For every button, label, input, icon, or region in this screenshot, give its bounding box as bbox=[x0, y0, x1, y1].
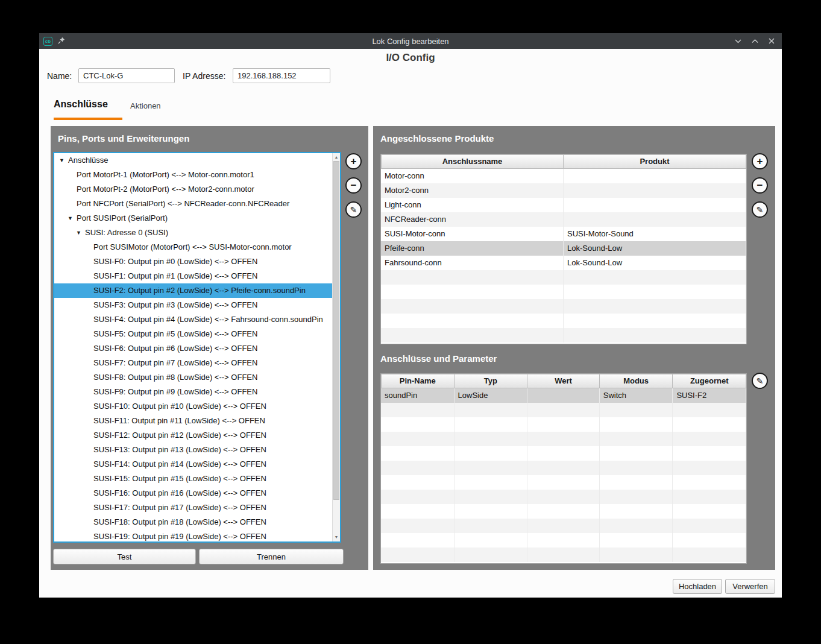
table-row[interactable]: SUSI-Motor-connSUSI-Motor-Sound bbox=[381, 227, 746, 241]
parameters-table[interactable]: Pin-NameTypWertModusZugeornetsoundPinLow… bbox=[380, 373, 747, 564]
table-row-empty[interactable] bbox=[381, 475, 746, 490]
rolldown-button[interactable] bbox=[735, 39, 741, 43]
table-row-empty[interactable] bbox=[381, 270, 746, 285]
table-row[interactable]: Motor2-conn bbox=[381, 183, 746, 198]
tree-item[interactable]: Port SUSIMotor (MotorPort) <--> SUSI-Mot… bbox=[54, 240, 332, 254]
tree-item[interactable]: SUSI-F4: Output pin #4 (LowSide) <--> Fa… bbox=[54, 312, 332, 327]
tree-edit-button[interactable]: ✎ bbox=[345, 201, 362, 218]
table-row-empty[interactable] bbox=[381, 504, 746, 519]
tree-item[interactable]: Port MotorPt-1 (MotorPort) <--> Motor-co… bbox=[54, 168, 332, 182]
verwerfen-button[interactable]: Verwerfen bbox=[725, 579, 775, 594]
tree-item[interactable]: SUSI-F15: Output pin #15 (LowSide) <--> … bbox=[54, 472, 332, 486]
table-row-empty[interactable] bbox=[381, 490, 746, 504]
close-button[interactable] bbox=[769, 38, 775, 44]
table-row-empty[interactable] bbox=[381, 299, 746, 314]
product-remove-button[interactable]: − bbox=[752, 177, 768, 194]
table-row[interactable]: Fahrsound-connLok-Sound-Low bbox=[381, 256, 746, 270]
column-header[interactable]: Wert bbox=[527, 374, 600, 388]
tree-item[interactable]: SUSI-F6: Output pin #6 (LowSide) <--> OF… bbox=[54, 341, 332, 356]
table-cell bbox=[455, 403, 528, 417]
product-add-button[interactable]: + bbox=[752, 153, 768, 169]
tree-remove-button[interactable]: − bbox=[345, 177, 362, 194]
tree-item-label: SUSI-F13: Output pin #13 (LowSide) <--> … bbox=[54, 443, 332, 457]
table-cell bbox=[564, 314, 746, 328]
table-cell bbox=[527, 548, 600, 562]
column-header[interactable]: Anschlussname bbox=[381, 154, 564, 169]
column-header[interactable]: Modus bbox=[600, 374, 673, 388]
tree-item[interactable]: SUSI-F2: Output pin #2 (LowSide) <--> Pf… bbox=[54, 283, 332, 298]
tree-scrollbar[interactable]: ▲ ▼ bbox=[332, 153, 340, 541]
trennen-button[interactable]: Trennen bbox=[199, 549, 344, 564]
parameter-edit-button[interactable]: ✎ bbox=[752, 373, 768, 389]
test-button[interactable]: Test bbox=[53, 549, 196, 564]
tree-item[interactable]: SUSI-F11: Output pin #11 (LowSide) <--> … bbox=[54, 414, 332, 428]
table-row-empty[interactable] bbox=[381, 285, 746, 299]
tree-item[interactable]: SUSI-F8: Output pin #8 (LowSide) <--> OF… bbox=[54, 370, 332, 385]
name-input[interactable] bbox=[78, 68, 175, 83]
tree-item[interactable]: SUSI-F1: Output pin #1 (LowSide) <--> OF… bbox=[54, 269, 332, 283]
rollup-button[interactable] bbox=[752, 39, 758, 43]
tree-item[interactable]: SUSI-F13: Output pin #13 (LowSide) <--> … bbox=[54, 443, 332, 457]
column-header[interactable]: Pin-Name bbox=[381, 374, 455, 388]
collapse-arrow-icon[interactable]: ▼ bbox=[76, 226, 81, 240]
tree-item[interactable]: ▼Anschlüsse bbox=[54, 153, 332, 168]
table-row[interactable]: Light-conn bbox=[381, 198, 746, 212]
table-cell bbox=[455, 548, 528, 562]
tree-item[interactable]: SUSI-F5: Output pin #5 (LowSide) <--> OF… bbox=[54, 327, 332, 341]
active-tab-indicator bbox=[54, 118, 122, 120]
ip-input[interactable] bbox=[233, 68, 330, 83]
tree-item[interactable]: SUSI-F19: Output pin #19 (LowSide) <--> … bbox=[54, 529, 332, 543]
table-row-empty[interactable] bbox=[381, 432, 746, 446]
column-header[interactable]: Zugeornet bbox=[673, 374, 746, 388]
scroll-down-icon[interactable]: ▼ bbox=[333, 534, 340, 541]
titlebar[interactable]: cb Lok Config bearbeiten bbox=[39, 33, 782, 49]
tree-item[interactable]: SUSI-F14: Output pin #14 (LowSide) <--> … bbox=[54, 457, 332, 472]
table-cell bbox=[527, 533, 600, 548]
tab-anschluesse[interactable]: Anschlüsse bbox=[54, 99, 108, 110]
collapse-arrow-icon[interactable]: ▼ bbox=[59, 153, 64, 168]
table-row[interactable]: NFCReader-conn bbox=[381, 212, 746, 227]
tree-item[interactable]: ▼SUSI: Adresse 0 (SUSI) bbox=[54, 226, 332, 240]
tree-item[interactable]: SUSI-F9: Output pin #9 (LowSide) <--> OF… bbox=[54, 385, 332, 399]
table-row-empty[interactable] bbox=[381, 403, 746, 417]
product-edit-button[interactable]: ✎ bbox=[752, 201, 768, 218]
tree-item[interactable]: Port NFCPort (SerialPort) <--> NFCReader… bbox=[54, 197, 332, 211]
table-row-empty[interactable] bbox=[381, 461, 746, 475]
tree-item[interactable]: SUSI-F16: Output pin #16 (LowSide) <--> … bbox=[54, 486, 332, 500]
tree-item[interactable]: SUSI-F18: Output pin #18 (LowSide) <--> … bbox=[54, 515, 332, 529]
tree-item[interactable]: SUSI-F10: Output pin #10 (LowSide) <--> … bbox=[54, 399, 332, 414]
tree-item[interactable]: SUSI-F7: Output pin #7 (LowSide) <--> OF… bbox=[54, 356, 332, 370]
pins-panel: Pins, Ports und Erweiterungen ▲ ▼ ▼Ansch… bbox=[51, 126, 368, 570]
table-row-empty[interactable] bbox=[381, 548, 746, 562]
table-row[interactable]: Pfeife-connLok-Sound-Low bbox=[381, 241, 746, 256]
tree-item[interactable]: SUSI-F3: Output pin #3 (LowSide) <--> OF… bbox=[54, 298, 332, 312]
table-row[interactable]: Motor-conn bbox=[381, 169, 746, 183]
table-row-empty[interactable] bbox=[381, 314, 746, 328]
pin-icon[interactable] bbox=[58, 36, 65, 46]
scroll-up-icon[interactable]: ▲ bbox=[333, 154, 340, 161]
table-cell: LowSide bbox=[455, 388, 528, 403]
table-row-empty[interactable] bbox=[381, 328, 746, 343]
table-row-empty[interactable] bbox=[381, 417, 746, 432]
pins-tree[interactable]: ▲ ▼ ▼AnschlüssePort MotorPt-1 (MotorPort… bbox=[53, 152, 341, 543]
tree-item[interactable]: SUSI-F12: Output pin #12 (LowSide) <--> … bbox=[54, 428, 332, 443]
tree-item[interactable]: Port MotorPt-2 (MotorPort) <--> Motor2-c… bbox=[54, 182, 332, 197]
tree-item[interactable]: ▼Port SUSIPort (SerialPort) bbox=[54, 211, 332, 226]
tree-item[interactable]: SUSI-F0: Output pin #0 (LowSide) <--> OF… bbox=[54, 254, 332, 269]
tree-add-button[interactable]: + bbox=[345, 153, 362, 169]
table-row-empty[interactable] bbox=[381, 533, 746, 548]
tree-item-label: Port MotorPt-1 (MotorPort) <--> Motor-co… bbox=[54, 168, 332, 182]
app-icon[interactable]: cb bbox=[43, 37, 52, 46]
column-header[interactable]: Produkt bbox=[564, 154, 746, 169]
table-row-empty[interactable] bbox=[381, 519, 746, 533]
collapse-arrow-icon[interactable]: ▼ bbox=[68, 211, 73, 226]
table-row-empty[interactable] bbox=[381, 446, 746, 461]
scrollbar-thumb[interactable] bbox=[333, 161, 339, 500]
tree-item[interactable]: SUSI-F17: Output pin #17 (LowSide) <--> … bbox=[54, 500, 332, 515]
table-row[interactable]: soundPinLowSideSwitchSUSI-F2 bbox=[381, 388, 746, 403]
column-header[interactable]: Typ bbox=[455, 374, 528, 388]
table-cell bbox=[455, 475, 528, 490]
hochladen-button[interactable]: Hochladen bbox=[673, 579, 722, 594]
tab-aktionen[interactable]: Aktionen bbox=[130, 101, 161, 110]
products-table[interactable]: AnschlussnameProduktMotor-connMotor2-con… bbox=[380, 154, 747, 344]
